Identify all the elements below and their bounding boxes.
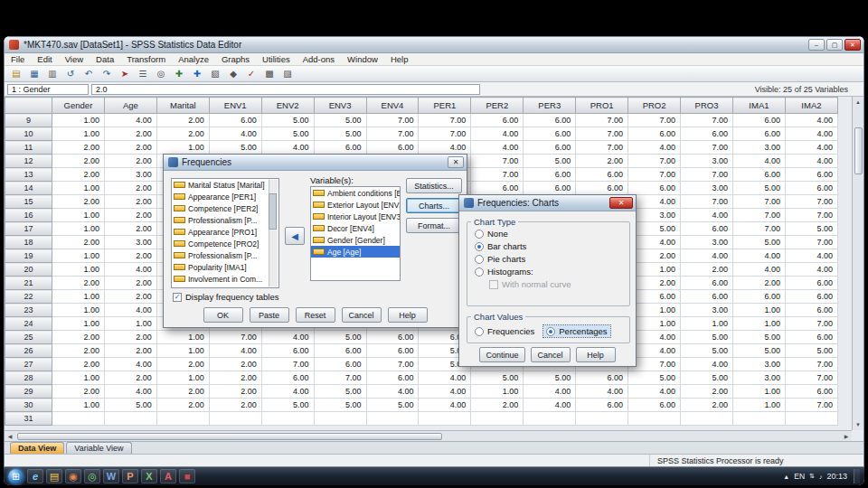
row-header-31[interactable]: 31 (5, 412, 52, 426)
powerpoint-icon[interactable]: P (122, 469, 138, 483)
data-cell[interactable]: 7.00 (628, 168, 681, 182)
data-cell[interactable] (628, 412, 681, 426)
data-cell[interactable]: 5.00 (261, 399, 314, 412)
data-cell[interactable]: 7.00 (471, 155, 524, 168)
use-sets-icon[interactable]: ▨ (279, 67, 296, 81)
radio-bar-charts[interactable]: Bar charts (475, 240, 629, 252)
data-cell[interactable]: 4.00 (732, 263, 785, 277)
variables-icon[interactable]: ☰ (135, 67, 151, 81)
data-cell[interactable]: 6.00 (785, 182, 837, 195)
menu-window[interactable]: Window (341, 53, 384, 65)
column-header-env4[interactable]: ENV4 (366, 98, 419, 114)
data-cell[interactable]: 5.00 (104, 399, 156, 412)
antivirus-icon[interactable]: ■ (179, 469, 195, 483)
close-button[interactable]: ✕ (844, 39, 861, 51)
data-cell[interactable]: 4.00 (732, 155, 785, 168)
data-cell[interactable]: 4.00 (104, 304, 156, 317)
data-cell[interactable]: 4.00 (732, 249, 785, 263)
data-cell[interactable]: 3.00 (681, 182, 733, 195)
data-cell[interactable]: 7.00 (576, 127, 628, 141)
show-desktop-button[interactable] (854, 469, 860, 483)
data-cell[interactable]: 2.00 (681, 399, 733, 412)
data-cell[interactable]: 6.00 (366, 331, 419, 344)
data-cell[interactable]: 6.00 (471, 114, 524, 127)
row-header-17[interactable]: 17 (5, 222, 52, 236)
variable-appearance-per1[interactable]: Appearance [PER1] (172, 191, 278, 202)
data-cell[interactable]: 2.00 (209, 358, 261, 371)
variable-appearance-pro1[interactable]: Appearance [PRO1] (172, 226, 278, 238)
data-cell[interactable]: 2.00 (104, 290, 156, 304)
data-cell[interactable]: 4.00 (261, 331, 314, 344)
data-cell[interactable]: 6.00 (785, 304, 837, 317)
data-cell[interactable]: 2.00 (104, 344, 156, 358)
data-cell[interactable]: 2.00 (52, 331, 105, 344)
data-cell[interactable]: 7.00 (471, 168, 524, 182)
data-cell[interactable] (419, 412, 471, 426)
data-cell[interactable]: 7.00 (785, 317, 837, 331)
data-cell[interactable]: 4.00 (366, 385, 419, 399)
data-cell[interactable]: 6.00 (261, 344, 314, 358)
data-cell[interactable]: 1.00 (52, 209, 105, 222)
data-cell[interactable]: 1.00 (52, 249, 105, 263)
data-cell[interactable]: 1.00 (104, 317, 156, 331)
data-cell[interactable]: 2.00 (156, 399, 209, 412)
data-cell[interactable]: 6.00 (576, 182, 628, 195)
data-cell[interactable]: 1.00 (732, 304, 785, 317)
data-cell[interactable]: 5.00 (524, 371, 576, 385)
data-cell[interactable]: 2.00 (52, 141, 105, 155)
data-cell[interactable]: 5.00 (681, 331, 733, 344)
data-cell[interactable]: 2.00 (52, 277, 105, 290)
data-cell[interactable]: 4.00 (576, 385, 628, 399)
help-button[interactable]: Help (388, 307, 428, 323)
data-cell[interactable]: 2.00 (156, 358, 209, 371)
scroll-down-icon[interactable]: ▼ (853, 419, 863, 430)
data-cell[interactable]: 5.00 (628, 371, 681, 385)
media-player-icon[interactable]: ◉ (65, 469, 81, 483)
data-cell[interactable]: 2.00 (104, 141, 156, 155)
data-cell[interactable]: 2.00 (104, 277, 156, 290)
data-cell[interactable]: 2.00 (681, 385, 733, 399)
data-cell[interactable]: 5.00 (209, 141, 261, 155)
row-header-26[interactable]: 26 (5, 344, 52, 358)
data-cell[interactable]: 2.00 (209, 371, 261, 385)
data-cell[interactable]: 7.00 (366, 127, 419, 141)
data-cell[interactable]: 7.00 (785, 195, 837, 209)
data-cell[interactable]: 5.00 (314, 331, 366, 344)
variable-view-tab[interactable]: Variable View (66, 442, 131, 454)
data-cell[interactable]: 4.00 (785, 114, 837, 127)
data-cell[interactable]: 5.00 (681, 371, 733, 385)
data-cell[interactable]: 6.00 (524, 114, 576, 127)
column-header-pro1[interactable]: PRO1 (576, 98, 628, 114)
data-cell[interactable] (471, 412, 524, 426)
data-cell[interactable]: 6.00 (732, 290, 785, 304)
variable-competence-per2[interactable]: Competence [PER2] (172, 202, 278, 214)
data-cell[interactable]: 6.00 (366, 141, 419, 155)
data-cell[interactable]: 7.00 (785, 209, 837, 222)
data-cell[interactable]: 4.00 (524, 385, 576, 399)
cell-editor[interactable]: 2.0 (91, 84, 480, 95)
data-cell[interactable]: 2.00 (104, 195, 156, 209)
data-cell[interactable]: 6.00 (681, 277, 733, 290)
data-cell[interactable]: 7.00 (366, 114, 419, 127)
data-cell[interactable]: 2.00 (209, 399, 261, 412)
data-cell[interactable]: 6.00 (681, 222, 733, 236)
row-header-24[interactable]: 24 (5, 317, 52, 331)
data-cell[interactable]: 4.00 (104, 263, 156, 277)
data-cell[interactable]: 7.00 (785, 399, 837, 412)
row-header-23[interactable]: 23 (5, 304, 52, 317)
data-cell[interactable]: 1.00 (52, 371, 105, 385)
undo-icon[interactable]: ↶ (80, 67, 97, 81)
data-cell[interactable] (524, 412, 576, 426)
data-cell[interactable]: 2.00 (471, 399, 524, 412)
menu-view[interactable]: View (59, 53, 90, 65)
data-cell[interactable]: 4.00 (681, 249, 733, 263)
scroll-right-icon[interactable]: ▶ (841, 431, 852, 442)
data-cell[interactable]: 1.00 (471, 385, 524, 399)
menu-data[interactable]: Data (90, 53, 120, 65)
data-cell[interactable]: 4.00 (785, 127, 837, 141)
data-cell[interactable]: 7.00 (681, 168, 733, 182)
data-cell[interactable]: 1.00 (732, 385, 785, 399)
data-cell[interactable]: 6.00 (314, 141, 366, 155)
language-indicator[interactable]: EN (794, 472, 805, 481)
data-cell[interactable]: 5.00 (261, 114, 314, 127)
